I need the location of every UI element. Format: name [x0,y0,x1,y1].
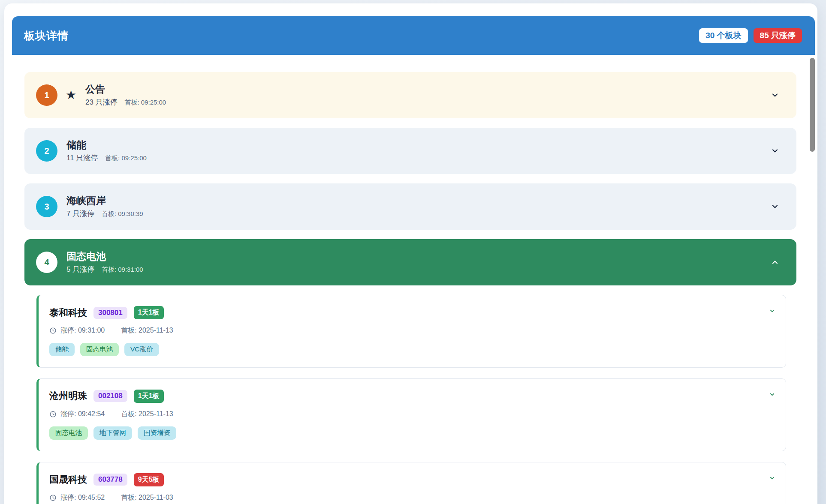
rank-badge: 3 [36,196,57,217]
limitup-time: 涨停: 09:45:52 [60,493,105,502]
clock-icon [49,411,57,418]
tag-row: 固态电池 地下管网 国资增资 [49,426,760,440]
limitup-time: 涨停: 09:42:54 [60,410,105,419]
sector-subtitle: 5 只涨停 首板: 09:31:00 [66,264,143,274]
chevron-down-icon[interactable] [771,91,779,99]
stock-head: 沧州明珠 002108 1天1板 [49,390,760,403]
stock-name: 沧州明珠 [49,390,87,402]
streak-badge: 1天1板 [134,306,164,319]
streak-badge: 9天5板 [134,473,164,486]
limitup-time: 涨停: 09:31:00 [60,326,105,335]
stock-meta: 涨停: 09:42:54 首板: 2025-11-13 [49,410,760,419]
stock-head: 泰和科技 300801 1天1板 [49,306,760,319]
sector-name: 储能 [66,139,147,151]
limitup-count: 23 只涨停 [85,98,118,106]
limitup-count: 5 只涨停 [66,265,94,273]
limitup-count: 7 只涨停 [66,210,94,218]
scrollbar-thumb[interactable] [810,58,815,152]
stock-code-badge: 300801 [93,307,127,319]
stock-name: 国晟科技 [49,473,87,486]
streak-badge: 1天1板 [134,390,164,403]
sector-text: 海峡西岸 7 只涨停 首板: 09:30:39 [66,195,143,219]
concept-tag[interactable]: VC涨价 [124,343,159,356]
sector-list: 1 ★ 公告 23 只涨停 首板: 09:25:00 2 储能 11 只涨停 首… [12,55,815,504]
chevron-down-icon[interactable] [771,147,779,155]
stock-code-badge: 002108 [93,390,127,402]
sector-name: 海峡西岸 [66,195,143,207]
sector-row-gonggao[interactable]: 1 ★ 公告 23 只涨停 首板: 09:25:00 [24,72,796,118]
sector-row-chuneng[interactable]: 2 储能 11 只涨停 首板: 09:25:00 [24,128,796,174]
sector-subtitle: 7 只涨停 首板: 09:30:39 [66,209,143,219]
clock-icon [49,327,57,334]
sector-count-badge: 30 个板块 [699,28,748,43]
sector-text: 储能 11 只涨停 首板: 09:25:00 [66,139,147,163]
stock-card-taihekeji[interactable]: 泰和科技 300801 1天1板 涨停: 09:31:00 首板: 2025-1… [36,295,786,368]
sector-name: 公告 [85,83,166,96]
tag-row: 储能 固态电池 VC涨价 [49,343,760,356]
chevron-down-icon[interactable] [771,202,779,211]
sector-subtitle: 23 只涨停 首板: 09:25:00 [85,97,166,107]
concept-tag[interactable]: 国资增资 [138,426,176,440]
chevron-down-icon[interactable] [769,308,775,314]
first-board-time: 首板: 09:25:00 [124,99,166,106]
rank-badge: 2 [36,140,57,162]
sector-text: 固态电池 5 只涨停 首板: 09:31:00 [66,250,143,275]
sector-name: 固态电池 [66,250,143,263]
sector-detail-panel: 板块详情 30 个板块 85 只涨停 1 ★ 公告 23 只涨停 首板: 09:… [12,16,815,504]
rank-badge: 4 [36,252,57,273]
sector-row-haixia[interactable]: 3 海峡西岸 7 只涨停 首板: 09:30:39 [24,183,796,230]
chevron-down-icon[interactable] [769,475,775,481]
sector-text: 公告 23 只涨停 首板: 09:25:00 [85,83,166,108]
chevron-up-icon[interactable] [771,258,779,267]
first-board-time: 首板: 09:30:39 [102,210,143,217]
stock-name: 泰和科技 [49,306,87,319]
clock-icon [49,494,57,501]
stock-meta: 涨停: 09:31:00 首板: 2025-11-13 [49,326,760,335]
first-board-time: 首板: 09:31:00 [102,266,143,273]
stock-head: 国晟科技 603778 9天5板 [49,473,760,486]
page-title: 板块详情 [24,29,69,43]
header-badges: 30 个板块 85 只涨停 [699,28,802,43]
first-board-date: 首板: 2025-11-13 [121,326,173,335]
concept-tag[interactable]: 储能 [49,343,75,356]
panel-header: 板块详情 30 个板块 85 只涨停 [12,16,815,55]
stock-card-guoshengkeji[interactable]: 国晟科技 603778 9天5板 涨停: 09:45:52 首板: 2025-1… [36,462,786,504]
chevron-down-icon[interactable] [769,391,775,398]
first-board-date: 首板: 2025-11-13 [121,410,173,419]
rank-badge: 1 [36,84,57,106]
stock-code-badge: 603778 [93,474,127,486]
concept-tag[interactable]: 固态电池 [80,343,119,356]
concept-tag[interactable]: 固态电池 [49,426,88,440]
limitup-count-badge: 85 只涨停 [754,28,802,43]
stock-list: 泰和科技 300801 1天1板 涨停: 09:31:00 首板: 2025-1… [36,295,786,504]
first-board-time: 首板: 09:25:00 [105,154,147,162]
sector-subtitle: 11 只涨停 首板: 09:25:00 [66,153,147,163]
star-icon: ★ [66,89,76,101]
stock-card-cangzhoumingzhu[interactable]: 沧州明珠 002108 1天1板 涨停: 09:42:54 首板: 2025-1… [36,378,786,451]
first-board-date: 首板: 2025-11-03 [121,493,173,502]
sector-row-gutaidianchi[interactable]: 4 固态电池 5 只涨停 首板: 09:31:00 [24,239,796,285]
concept-tag[interactable]: 地下管网 [93,426,132,440]
stock-meta: 涨停: 09:45:52 首板: 2025-11-03 [49,493,760,502]
limitup-count: 11 只涨停 [66,154,98,162]
